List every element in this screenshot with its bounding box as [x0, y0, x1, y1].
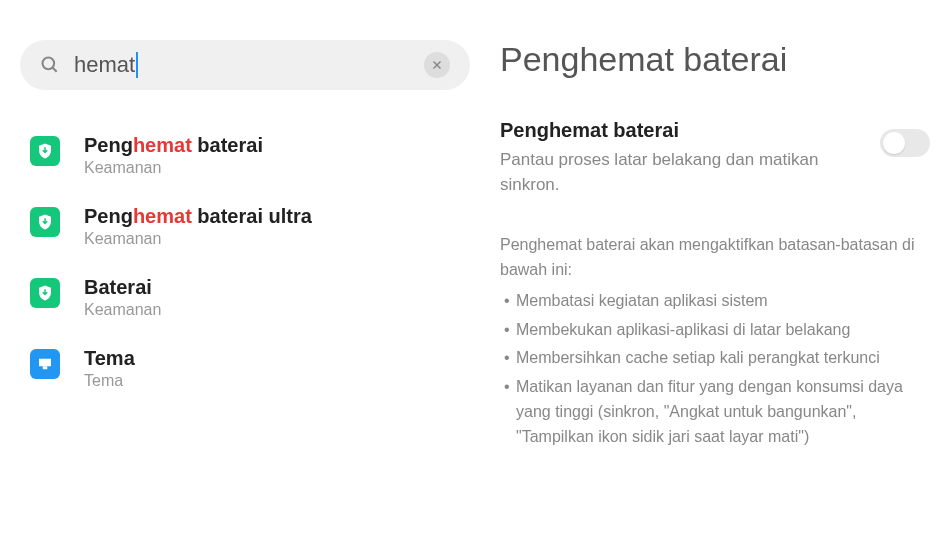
search-result-item[interactable]: Penghemat bateraiKeamanan [20, 120, 470, 191]
restriction-item: Membekukan aplikasi-aplikasi di latar be… [500, 318, 930, 343]
setting-info-block: Penghemat baterai akan mengaktifkan bata… [500, 233, 930, 449]
battery-saver-setting-row[interactable]: Penghemat baterai Pantau proses latar be… [500, 119, 930, 197]
search-result-item[interactable]: BateraiKeamanan [20, 262, 470, 333]
shield-icon [30, 136, 60, 166]
clear-search-button[interactable] [424, 52, 450, 78]
search-results-list: Penghemat bateraiKeamananPenghemat bater… [20, 120, 470, 404]
setting-title: Penghemat baterai [500, 119, 860, 142]
page-title: Penghemat baterai [500, 40, 930, 79]
search-icon [40, 55, 60, 75]
restrictions-list: Membatasi kegiatan aplikasi sistemMembek… [500, 289, 930, 450]
svg-point-0 [43, 58, 55, 70]
search-result-item[interactable]: Penghemat baterai ultraKeamanan [20, 191, 470, 262]
svg-rect-4 [39, 359, 51, 367]
search-query-text: hemat [74, 52, 135, 78]
search-result-item[interactable]: TemaTema [20, 333, 470, 404]
toggle-knob [883, 132, 905, 154]
result-title: Tema [84, 347, 135, 370]
result-title: Penghemat baterai [84, 134, 263, 157]
svg-line-1 [53, 68, 57, 72]
restriction-item: Membatasi kegiatan aplikasi sistem [500, 289, 930, 314]
shield-icon [30, 207, 60, 237]
svg-rect-5 [43, 366, 48, 369]
theme-icon [30, 349, 60, 379]
result-subtitle: Tema [84, 372, 135, 390]
info-lead-text: Penghemat baterai akan mengaktifkan bata… [500, 233, 930, 283]
shield-icon [30, 278, 60, 308]
battery-saver-toggle[interactable] [880, 129, 930, 157]
result-subtitle: Keamanan [84, 230, 312, 248]
restriction-item: Matikan layanan dan fitur yang dengan ko… [500, 375, 930, 449]
result-title: Baterai [84, 276, 161, 299]
setting-description: Pantau proses latar belakang dan matikan… [500, 148, 860, 197]
text-caret [136, 52, 138, 78]
search-bar[interactable]: hemat [20, 40, 470, 90]
search-input[interactable]: hemat [74, 52, 424, 78]
restriction-item: Membersihkan cache setiap kali perangkat… [500, 346, 930, 371]
result-subtitle: Keamanan [84, 301, 161, 319]
result-subtitle: Keamanan [84, 159, 263, 177]
result-title: Penghemat baterai ultra [84, 205, 312, 228]
